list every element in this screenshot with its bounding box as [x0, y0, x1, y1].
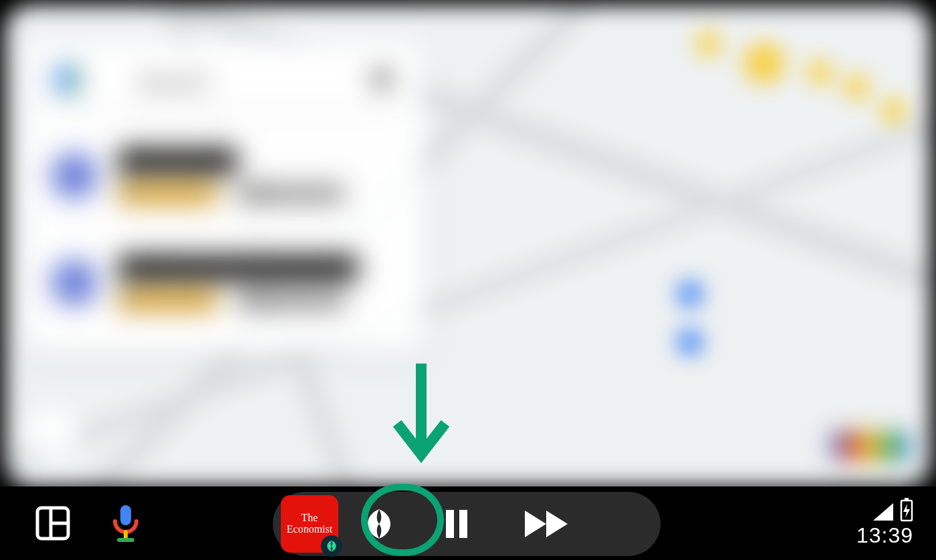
- next-track-button[interactable]: [511, 494, 584, 554]
- album-text-line1: The: [302, 513, 318, 523]
- clock: 13:39: [856, 523, 913, 548]
- bottom-nav-bar: The Economist: [0, 486, 936, 560]
- maps-pin-icon: [49, 60, 87, 98]
- svg-rect-7: [446, 510, 454, 538]
- suggestion-row[interactable]: Zurich HB 4.3 1.2 km: [37, 239, 412, 326]
- recenter-button[interactable]: [25, 406, 79, 460]
- android-auto-screen: Search Work 4.5 6.2 km Zurich HB: [0, 0, 936, 560]
- status-area: 13:39: [856, 486, 913, 560]
- svg-marker-10: [546, 511, 568, 537]
- app-launcher-button[interactable]: [35, 505, 71, 541]
- svg-marker-14: [903, 504, 910, 518]
- media-source-button[interactable]: [342, 494, 416, 554]
- map-background-blurred: Search Work 4.5 6.2 km Zurich HB: [5, 5, 931, 486]
- place-icon: [51, 259, 98, 306]
- suggestion-distance: 1.2 km: [238, 291, 345, 311]
- now-playing-album[interactable]: The Economist: [281, 495, 338, 553]
- svg-rect-4: [120, 505, 131, 525]
- media-control-pill: The Economist: [273, 492, 661, 556]
- suggestion-title: Work: [118, 148, 238, 174]
- voice-assistant-button[interactable]: [111, 504, 140, 543]
- pause-icon: [443, 509, 470, 539]
- pause-button[interactable]: [420, 494, 493, 554]
- suggestion-distance: 6.2 km: [238, 184, 345, 204]
- mic-icon[interactable]: [372, 69, 392, 89]
- album-text-line2: Economist: [287, 523, 332, 535]
- suggestion-rating: 4.5: [118, 184, 218, 204]
- search-bar[interactable]: Search: [37, 52, 412, 106]
- suggestion-title: Zurich HB: [118, 255, 358, 281]
- search-placeholder: Search: [138, 69, 210, 95]
- suggestion-rating: 4.3: [118, 291, 218, 311]
- svg-marker-11: [873, 503, 893, 521]
- svg-rect-13: [905, 498, 909, 501]
- battery-charging-icon: [900, 498, 913, 522]
- source-app-badge-icon: [321, 535, 342, 557]
- google-logo: Google: [830, 433, 911, 460]
- place-icon: [51, 152, 98, 199]
- search-card: Search Work 4.5 6.2 km Zurich HB: [24, 39, 425, 353]
- svg-marker-9: [525, 511, 546, 537]
- cellular-signal-icon: [872, 502, 895, 522]
- svg-rect-8: [459, 510, 467, 538]
- suggestion-row[interactable]: Work 4.5 6.2 km: [37, 132, 412, 219]
- fast-forward-icon: [523, 509, 572, 539]
